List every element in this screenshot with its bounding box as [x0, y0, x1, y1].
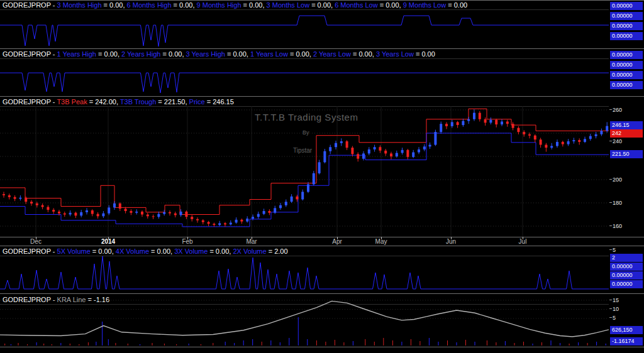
axis-tick — [609, 109, 612, 110]
trading-terminal: GODREJPROP - 3 Months High = 0.00, 6 Mon… — [0, 0, 644, 353]
kra-line-chart[interactable] — [0, 295, 609, 347]
time-axis-label: Mar — [246, 238, 257, 245]
header-separator: - — [51, 98, 57, 106]
series-label: 1 Years High — [57, 50, 96, 58]
series-value: = 0.00, — [225, 50, 250, 58]
series-label: 1 Years Low — [250, 50, 288, 58]
series-value: = 221.50, — [156, 98, 189, 106]
time-axis-label: 2014 — [101, 238, 115, 245]
panel-header-months-high-low: GODREJPROP - 3 Months High = 0.00, 6 Mon… — [3, 1, 467, 9]
watermark-title: T.T.T.B Trading System — [255, 112, 358, 122]
axis-label: 180 — [613, 199, 622, 207]
axis-tick — [609, 317, 612, 318]
series-label: T3B Peak — [57, 98, 87, 106]
series-label: 3 Years High — [186, 50, 225, 58]
series-label: T3B Trough — [120, 98, 156, 106]
series-label: 9 Months Low — [403, 1, 446, 9]
axis-label: 160 — [613, 222, 622, 230]
time-axis[interactable]: Dec2014FebMarAprMayJunJul — [0, 237, 609, 246]
time-axis-label: Apr — [332, 238, 342, 245]
axis-tick — [609, 225, 612, 226]
time-axis-label: Jul — [519, 238, 527, 245]
series-value: = 0.00, — [91, 247, 116, 255]
series-value: = 0.00, — [96, 50, 121, 58]
watermark-by: By — [303, 129, 309, 136]
time-axis-label: Feb — [182, 238, 192, 245]
axis-value-box: 0.00000 — [610, 2, 643, 10]
axis-tick — [609, 179, 612, 180]
series-value: = 0.00, — [242, 1, 267, 9]
series-label: 3X Volume — [174, 247, 208, 255]
months-high-low-chart[interactable] — [0, 9, 609, 47]
time-axis-label: May — [375, 238, 387, 245]
years-high-low-chart[interactable] — [0, 59, 609, 95]
axis-label: 15 — [613, 296, 619, 304]
symbol-label: GODREJPROP — [3, 247, 51, 255]
axis-value-box: 0.00000 — [610, 71, 643, 79]
axis-value-box: 0.00000 — [610, 280, 643, 288]
axis-label: 260 — [613, 106, 622, 114]
panel-separator — [0, 96, 644, 97]
header-separator: - — [51, 247, 57, 255]
panel-separator — [0, 48, 644, 49]
axis-value-box: 626,150 — [610, 326, 643, 334]
panel-separator — [0, 246, 644, 246]
axis-value-box: 0.00000 — [610, 12, 643, 20]
series-value: = 2.00 — [267, 247, 288, 255]
series-value: = 0.00, — [102, 1, 127, 9]
axis-value-box: 221.50 — [610, 150, 643, 158]
panel-header-volume-multiples: GODREJPROP - 5X Volume = 0.00, 4X Volume… — [3, 247, 288, 256]
axis-value-box: 0.00000 — [610, 32, 643, 40]
series-label: 3 Months High — [57, 1, 102, 9]
series-value: = 0.00 — [446, 1, 467, 9]
axis-label: 200 — [613, 176, 622, 183]
panel-separator — [0, 293, 644, 294]
axis-tick — [609, 308, 612, 309]
symbol-label: GODREJPROP — [3, 50, 51, 58]
series-label: Price — [189, 98, 205, 106]
axis-label: 5 — [613, 246, 616, 254]
axis-label: 240 — [613, 138, 622, 145]
axis-tick — [609, 300, 612, 300]
axis-value-box: 0.00000 — [610, 61, 643, 69]
axis-value-box: 246.15 — [610, 121, 643, 129]
axis-value-box: -1.16174 — [610, 337, 643, 345]
axis-tick — [609, 141, 612, 141]
series-label: 9 Months High — [197, 1, 242, 9]
series-label: 5X Volume — [57, 247, 91, 255]
series-label: 4X Volume — [116, 247, 149, 255]
symbol-label: GODREJPROP — [3, 1, 51, 9]
symbol-label: GODREJPROP — [3, 98, 51, 106]
axis-value-box: 2 — [610, 254, 643, 262]
axis-label: 5 — [613, 314, 616, 322]
series-value: = 0.00, — [149, 247, 174, 255]
series-value: = 0.00, — [378, 1, 403, 9]
panel-separator — [0, 0, 644, 1]
series-label: 2X Volume — [233, 247, 266, 255]
series-label: 6 Months Low — [335, 1, 377, 9]
price-candlestick-chart[interactable] — [0, 106, 609, 237]
series-label: 6 Months High — [127, 1, 172, 9]
series-value: = 0.00, — [351, 50, 376, 58]
series-value: = 0.00, — [288, 50, 313, 58]
series-value: = 0.00, — [309, 1, 335, 9]
series-label: 2 Years Low — [313, 50, 351, 58]
time-axis-label: Dec — [30, 238, 42, 245]
series-value: = 0.00, — [160, 50, 186, 58]
axis-value-box: 0.00000 — [610, 81, 643, 89]
axis-tick — [609, 249, 612, 250]
series-label: 3 Years Low — [376, 50, 414, 58]
series-value: = 0.00, — [208, 247, 233, 255]
series-value: = 0.00 — [414, 50, 435, 58]
panel-header-years-high-low: GODREJPROP - 1 Years High = 0.00, 2 Year… — [3, 50, 435, 58]
header-separator: - — [51, 1, 57, 9]
header-separator: - — [51, 50, 57, 58]
axis-tick — [609, 202, 612, 203]
series-label: 3 Months Low — [267, 1, 309, 9]
watermark-author: Tipstar — [293, 147, 312, 154]
panel-header-price-t3b: GODREJPROP - T3B Peak = 242.00, T3B Trou… — [3, 98, 234, 106]
volume-spike-chart[interactable] — [0, 256, 609, 293]
axis-label: 10 — [613, 305, 619, 313]
series-label: 2 Years High — [121, 50, 160, 58]
axis-value-box: 0.00000 — [610, 263, 643, 271]
